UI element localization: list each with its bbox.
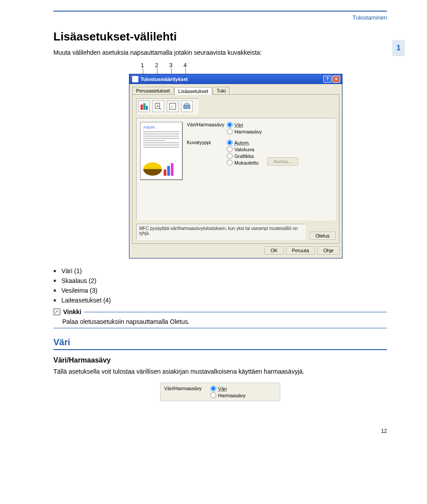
radio-color-input[interactable] xyxy=(227,122,233,128)
preview-photo-icon xyxy=(143,162,162,176)
list-item: Väri (1) xyxy=(53,267,387,274)
radio-custom-input[interactable] xyxy=(227,160,233,165)
page-title: Lisäasetukset-välilehti xyxy=(53,30,387,44)
note-box: Vinkki Palaa oletusasetuksiin napsauttam… xyxy=(53,308,387,328)
intro-text: Muuta välilehden asetuksia napsauttamall… xyxy=(53,48,387,57)
list-item: Skaalaus (2) xyxy=(53,277,387,284)
help-icon[interactable]: ? xyxy=(323,76,331,83)
preview-chart-icon xyxy=(164,162,173,176)
feature-list: Väri (1) Skaalaus (2) Vesileima (3) Lait… xyxy=(53,267,387,304)
tab-panel: A A Autom. xyxy=(132,95,339,244)
header-rule xyxy=(53,11,387,12)
callout-3: 3 xyxy=(169,62,173,69)
section-heading-color: Väri xyxy=(53,337,387,350)
svg-rect-8 xyxy=(185,103,189,105)
radio-graphics[interactable]: Grafiikka xyxy=(227,153,258,159)
svg-rect-7 xyxy=(184,105,190,109)
radio-gray-input[interactable] xyxy=(227,129,233,134)
color-group-label: Väri/Harmaasävy xyxy=(187,122,227,134)
svg-text:A: A xyxy=(170,105,174,109)
callout-1: 1 xyxy=(140,62,145,69)
radio-photo-label: Valokuva xyxy=(234,147,254,152)
inset-radio-color[interactable]: Väri xyxy=(210,386,246,391)
radio-photo-input[interactable] xyxy=(227,146,233,152)
radio-gray[interactable]: Harmaasävy xyxy=(227,129,262,134)
inset-radio-color-label: Väri xyxy=(218,386,227,391)
svg-rect-9 xyxy=(54,309,60,315)
help-button[interactable]: Ohje xyxy=(318,246,339,254)
callout-lines xyxy=(141,69,387,74)
device-tool-icon[interactable] xyxy=(181,101,193,112)
radio-auto-label: Autom. xyxy=(234,140,250,145)
dialog-title: Tulostusmääritykset xyxy=(141,77,322,82)
advanced-toolbar: A A xyxy=(136,98,198,114)
radio-color-label: Väri xyxy=(234,122,243,128)
page-number: 12 xyxy=(53,428,387,434)
note-icon xyxy=(53,308,60,315)
list-item: Vesileima (3) xyxy=(53,287,387,294)
inset-radio-gray-label: Harmaasävy xyxy=(218,393,246,398)
print-preferences-dialog: Tulostusmääritykset ? × Perusasetukset L… xyxy=(129,74,342,258)
radio-custom[interactable]: Mukautettu xyxy=(227,160,258,165)
svg-rect-2 xyxy=(146,106,148,110)
inset-radio-gray[interactable]: Harmaasävy xyxy=(210,392,246,398)
color-tool-icon[interactable] xyxy=(138,101,150,112)
tab-advanced[interactable]: Lisäasetukset xyxy=(174,87,212,95)
note-text: Palaa oletusasetuksiin napsauttamalla Ol… xyxy=(62,318,387,325)
radio-auto[interactable]: Autom. xyxy=(227,140,258,145)
inset-screenshot: Väri/Harmaasävy Väri Harmaasävy xyxy=(160,383,280,401)
radio-color[interactable]: Väri xyxy=(227,122,262,128)
inset-radio-gray-input[interactable] xyxy=(210,392,216,398)
tabstrip: Perusasetukset Lisäasetukset Tuki xyxy=(132,87,339,95)
callout-4: 4 xyxy=(183,62,187,69)
radio-custom-label: Mukautettu xyxy=(234,160,258,165)
close-icon[interactable]: × xyxy=(332,76,340,83)
watermark-tool-icon[interactable]: A xyxy=(167,101,178,112)
section-text: Tällä asetuksella voit tulostaa värillis… xyxy=(53,367,387,376)
tab-support[interactable]: Tuki xyxy=(213,87,230,94)
svg-rect-1 xyxy=(143,103,145,110)
preview-pane: Autom. xyxy=(140,122,182,216)
list-item: Laiteasetukset (4) xyxy=(53,297,387,304)
subsection-heading: Väri/Harmaasävy xyxy=(53,356,387,364)
svg-rect-0 xyxy=(141,105,143,110)
radio-auto-input[interactable] xyxy=(227,140,233,145)
titlebar: Tulostusmääritykset ? × xyxy=(129,74,342,84)
inset-radio-color-input[interactable] xyxy=(210,386,216,391)
status-message: MFC pysäyttää väri/harmaasävytulostuksen… xyxy=(136,224,305,240)
cancel-button[interactable]: Peruuta xyxy=(286,246,315,254)
default-button[interactable]: Oletus xyxy=(310,232,335,240)
ok-button[interactable]: OK xyxy=(265,246,283,254)
preview-label: Autom. xyxy=(143,125,179,129)
svg-text:A: A xyxy=(157,104,159,108)
radio-graphics-input[interactable] xyxy=(227,153,233,159)
radio-graphics-label: Grafiikka xyxy=(234,153,254,159)
callout-numbers: 1 2 3 4 xyxy=(140,62,387,69)
inset-label: Väri/Harmaasävy xyxy=(164,386,201,398)
radio-photo[interactable]: Valokuva xyxy=(227,146,258,152)
chapter-badge: 1 xyxy=(392,40,405,56)
tab-basic[interactable]: Perusasetukset xyxy=(132,87,174,94)
preview-page: Autom. xyxy=(140,122,182,180)
section-name: Tulostaminen xyxy=(53,14,387,21)
note-label: Vinkki xyxy=(63,308,81,315)
callout-2: 2 xyxy=(154,62,159,69)
scaling-tool-icon[interactable]: A xyxy=(153,101,164,112)
app-icon xyxy=(132,76,138,82)
radio-gray-label: Harmaasävy xyxy=(234,129,262,134)
settings-button[interactable]: Asetus... xyxy=(267,157,298,165)
imagetype-group-label: Kuvatyyppi xyxy=(187,140,227,165)
